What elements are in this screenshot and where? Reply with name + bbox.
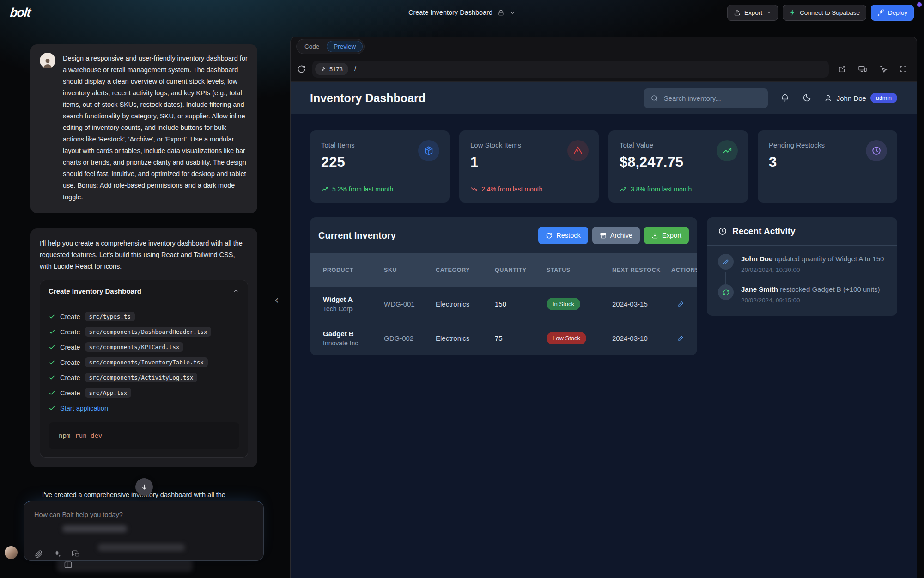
supabase-bolt-icon: [789, 9, 796, 16]
activity-list: John Doe updated quantity of Widget A to…: [707, 246, 897, 316]
plan-step: Create src/components/DashboardHeader.ts…: [49, 324, 239, 339]
collapse-chat-handle[interactable]: ‹: [274, 295, 279, 306]
upload-icon: [734, 9, 741, 16]
chevron-up-icon[interactable]: [232, 288, 239, 295]
inventory-search[interactable]: [644, 88, 768, 108]
export-csv-button[interactable]: Export: [644, 227, 689, 244]
account-avatar[interactable]: [5, 546, 18, 559]
arrow-down-icon: [140, 483, 148, 491]
dashboard-title: Inventory Dashboard: [310, 92, 426, 105]
quantity-cell[interactable]: 150: [495, 300, 547, 308]
table-row[interactable]: Widget A Tech Corp WDG-001 Electronics 1…: [310, 287, 697, 321]
bell-icon[interactable]: [780, 93, 790, 103]
rocket-icon: [877, 9, 884, 16]
pencil-icon: [677, 301, 684, 308]
check-icon: [49, 389, 55, 396]
kpi-trend: 2.4% from last month: [470, 185, 542, 193]
file-chip[interactable]: src/components/InventoryTable.tsx: [85, 357, 208, 367]
refresh-icon: [546, 232, 553, 239]
chat-mode-icon[interactable]: [71, 549, 80, 558]
role-badge: admin: [870, 93, 897, 103]
kpi-trend: 5.2% from last month: [321, 185, 393, 193]
quantity-cell[interactable]: 75: [495, 334, 547, 342]
next-restock-cell: 2024-03-10: [612, 334, 671, 342]
inspector-cursor-icon[interactable]: [879, 65, 888, 74]
kpi-card-total-items: Total Items 225 5.2% from last month: [310, 130, 450, 203]
inventory-table-header: Current Inventory Restock Archive: [310, 217, 697, 253]
file-chip[interactable]: src/types.ts: [85, 312, 135, 321]
command-args: run dev: [75, 432, 102, 439]
file-chip[interactable]: src/components/ActivityLog.tsx: [85, 373, 198, 382]
assistant-intro-text: I'll help you create a comprehensive inv…: [40, 238, 248, 272]
lock-icon: [498, 9, 505, 16]
fullscreen-icon[interactable]: [899, 65, 907, 73]
activity-item: Jane Smith restocked Gadget B (+100 unit…: [718, 284, 886, 304]
table-header-row: PRODUCT SKU CATEGORY QUANTITY STATUS NEX…: [310, 253, 697, 287]
dashboard-header-actions: John Doe admin: [644, 88, 897, 108]
product-cell: Gadget B Innovate Inc: [323, 330, 384, 347]
sparkles-icon[interactable]: [53, 549, 61, 558]
archive-button[interactable]: Archive: [592, 227, 640, 244]
devices-icon[interactable]: [858, 64, 867, 74]
search-input[interactable]: [663, 94, 761, 103]
sidebar-toggle-icon[interactable]: [64, 560, 73, 569]
table-row[interactable]: Gadget B Innovate Inc GDG-002 Electronic…: [310, 321, 697, 355]
reload-icon[interactable]: [297, 65, 306, 74]
pencil-icon: [718, 254, 734, 270]
status-badge: In Stock: [547, 298, 580, 310]
trend-up-icon: [620, 185, 627, 193]
kpi-card-low-stock: Low Stock Items 1 2.4% from last month: [459, 130, 599, 203]
check-icon: [49, 405, 55, 412]
user-menu[interactable]: John Doe admin: [824, 93, 897, 103]
plan-step: Create src/types.ts: [49, 309, 239, 324]
command-name: npm: [59, 432, 70, 439]
sku-cell: GDG-002: [384, 334, 436, 342]
pencil-icon: [677, 335, 684, 342]
user-message: Design a responsive and user-friendly in…: [30, 44, 257, 213]
tab-preview[interactable]: Preview: [327, 41, 363, 52]
edit-row-button[interactable]: [677, 335, 684, 342]
file-chip[interactable]: src/components/KPICard.tsx: [85, 342, 184, 352]
inventory-table-card: Current Inventory Restock Archive: [310, 217, 697, 355]
plan-step: Create src/components/KPICard.tsx: [49, 339, 239, 355]
open-external-icon[interactable]: [838, 65, 846, 73]
refresh-icon: [718, 284, 734, 300]
check-icon: [49, 328, 55, 335]
check-icon: [49, 359, 55, 366]
file-chip[interactable]: src/components/DashboardHeader.tsx: [85, 327, 212, 337]
tab-code[interactable]: Code: [298, 41, 326, 52]
status-cell: Low Stock: [547, 332, 612, 344]
project-title-menu[interactable]: Create Inventory Dashboard: [408, 0, 516, 25]
category-cell: Electronics: [436, 334, 495, 342]
user-avatar: [40, 53, 55, 68]
check-icon: [49, 313, 55, 320]
deploy-button[interactable]: Deploy: [871, 5, 914, 21]
bolt-app: bolt Create Inventory Dashboard Export C…: [0, 0, 924, 578]
start-application-link[interactable]: Start application: [60, 405, 108, 412]
plan-title: Create Inventory Dashboard: [49, 287, 141, 295]
activity-content: Jane Smith restocked Gadget B (+100 unit…: [741, 284, 880, 304]
blurred-content: [98, 544, 185, 551]
plan-step: Create src/components/ActivityLog.tsx: [49, 370, 239, 385]
restock-button[interactable]: Restock: [538, 227, 588, 244]
next-restock-cell: 2024-03-15: [612, 300, 671, 308]
export-button[interactable]: Export: [727, 5, 778, 21]
edit-row-button[interactable]: [677, 301, 684, 308]
file-chip[interactable]: src/App.tsx: [85, 388, 132, 398]
check-icon: [49, 344, 55, 350]
clock-icon: [866, 140, 887, 161]
status-badge: Low Stock: [547, 332, 586, 344]
archive-icon: [600, 232, 607, 239]
chat-input[interactable]: [34, 511, 253, 518]
scroll-to-bottom-button[interactable]: [135, 478, 153, 496]
zap-icon: [321, 66, 326, 72]
dark-mode-toggle-icon[interactable]: [802, 93, 811, 103]
url-field[interactable]: 5173 /: [312, 61, 829, 78]
product-cell: Widget A Tech Corp: [323, 295, 384, 313]
workbench-panel: Code Preview 5173 /: [290, 37, 917, 578]
attach-icon[interactable]: [34, 549, 43, 558]
port-pill[interactable]: 5173: [315, 63, 348, 75]
bulk-actions: Restock Archive Export: [538, 227, 689, 244]
plan-card-header[interactable]: Create Inventory Dashboard: [40, 280, 248, 302]
connect-supabase-button[interactable]: Connect to Supabase: [783, 5, 866, 21]
